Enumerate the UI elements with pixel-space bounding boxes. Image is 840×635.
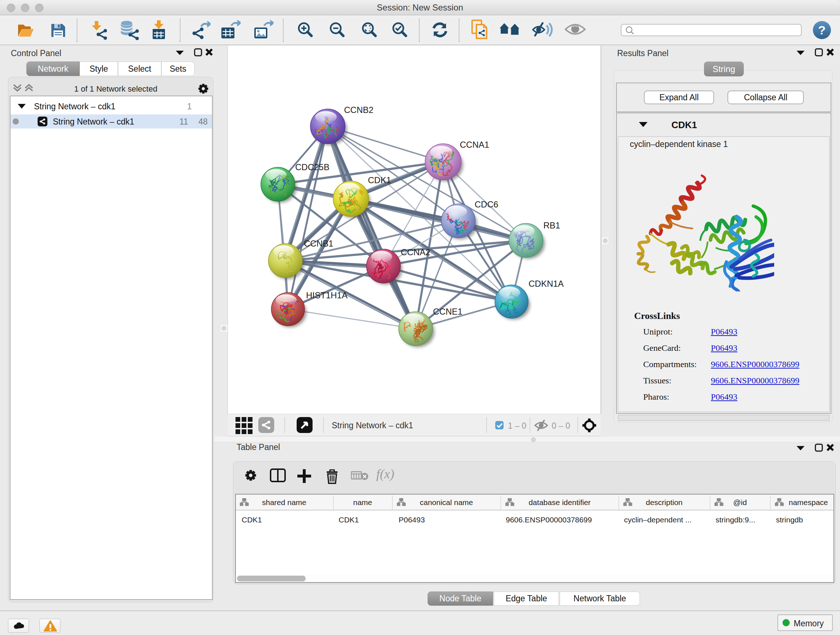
svg-text:CDC6: CDC6 [475,200,498,209]
svg-text:CCNA1: CCNA1 [460,140,489,149]
svg-text:CDK1: CDK1 [368,175,391,185]
svg-text:CDC25B: CDC25B [295,162,330,172]
svg-text:RB1: RB1 [543,220,561,230]
svg-text:CCNB2: CCNB2 [344,105,373,115]
svg-text:?: ? [818,23,826,37]
svg-text:CCNA2: CCNA2 [401,247,430,257]
svg-text:CCNB1: CCNB1 [304,239,333,249]
svg-text:HIST1H1A: HIST1H1A [306,290,347,300]
svg-text:CCNE1: CCNE1 [433,307,462,317]
svg-text:CDKN1A: CDKN1A [529,279,564,288]
